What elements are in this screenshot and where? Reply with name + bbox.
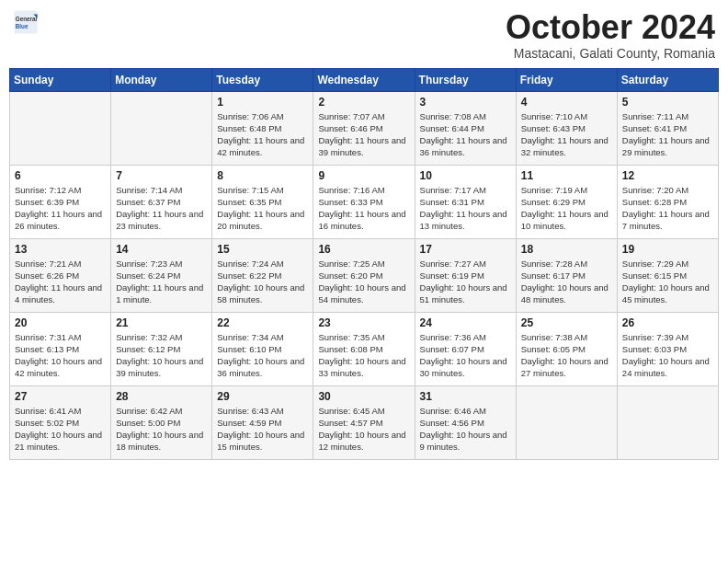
day-info: Sunrise: 6:42 AM Sunset: 5:00 PM Dayligh… xyxy=(116,405,207,454)
weekday-header-cell: Wednesday xyxy=(313,68,415,91)
weekday-header-cell: Tuesday xyxy=(212,68,313,91)
day-number: 14 xyxy=(116,243,207,256)
day-info: Sunrise: 7:29 AM Sunset: 6:15 PM Dayligh… xyxy=(622,258,713,306)
day-number: 9 xyxy=(318,169,409,182)
day-info: Sunrise: 7:11 AM Sunset: 6:41 PM Dayligh… xyxy=(622,110,713,159)
day-number: 24 xyxy=(420,316,511,329)
day-number: 22 xyxy=(217,316,308,329)
day-number: 7 xyxy=(116,169,207,182)
svg-text:General: General xyxy=(16,16,38,22)
calendar-day-cell: 12Sunrise: 7:20 AM Sunset: 6:28 PM Dayli… xyxy=(617,165,718,238)
month-title: October 2024 xyxy=(506,9,715,46)
day-info: Sunrise: 6:45 AM Sunset: 4:57 PM Dayligh… xyxy=(318,405,409,454)
day-info: Sunrise: 7:24 AM Sunset: 6:22 PM Dayligh… xyxy=(217,258,308,306)
day-number: 12 xyxy=(622,169,713,182)
day-number: 25 xyxy=(521,316,612,329)
weekday-header-cell: Friday xyxy=(516,68,617,91)
day-number: 17 xyxy=(420,243,511,256)
calendar-day-cell: 6Sunrise: 7:12 AM Sunset: 6:39 PM Daylig… xyxy=(10,165,111,238)
day-number: 15 xyxy=(217,243,308,256)
day-number: 3 xyxy=(420,96,511,109)
day-info: Sunrise: 7:38 AM Sunset: 6:05 PM Dayligh… xyxy=(521,331,612,380)
calendar-day-cell: 20Sunrise: 7:31 AM Sunset: 6:13 PM Dayli… xyxy=(10,312,111,385)
day-number: 2 xyxy=(318,96,409,109)
svg-rect-0 xyxy=(14,10,37,33)
calendar-day-cell: 30Sunrise: 6:45 AM Sunset: 4:57 PM Dayli… xyxy=(313,385,415,459)
calendar-day-cell: 22Sunrise: 7:34 AM Sunset: 6:10 PM Dayli… xyxy=(212,312,313,385)
day-number: 30 xyxy=(318,390,409,403)
day-number: 11 xyxy=(521,169,612,182)
calendar-day-cell: 18Sunrise: 7:28 AM Sunset: 6:17 PM Dayli… xyxy=(516,238,617,312)
calendar-day-cell: 24Sunrise: 7:36 AM Sunset: 6:07 PM Dayli… xyxy=(415,312,516,385)
day-number: 28 xyxy=(116,390,207,403)
day-info: Sunrise: 7:20 AM Sunset: 6:28 PM Dayligh… xyxy=(622,184,713,233)
day-info: Sunrise: 7:28 AM Sunset: 6:17 PM Dayligh… xyxy=(521,258,612,306)
page-header: General Blue October 2024 Mastacani, Gal… xyxy=(9,9,719,61)
day-info: Sunrise: 7:17 AM Sunset: 6:31 PM Dayligh… xyxy=(420,184,511,233)
calendar-day-cell: 3Sunrise: 7:08 AM Sunset: 6:44 PM Daylig… xyxy=(415,91,516,165)
day-info: Sunrise: 7:07 AM Sunset: 6:46 PM Dayligh… xyxy=(318,110,409,159)
calendar-day-cell: 19Sunrise: 7:29 AM Sunset: 6:15 PM Dayli… xyxy=(617,238,718,312)
day-info: Sunrise: 7:10 AM Sunset: 6:43 PM Dayligh… xyxy=(521,110,612,159)
day-number: 26 xyxy=(622,316,713,329)
logo-icon: General Blue xyxy=(13,9,39,35)
calendar-day-cell: 10Sunrise: 7:17 AM Sunset: 6:31 PM Dayli… xyxy=(415,165,516,238)
day-info: Sunrise: 7:19 AM Sunset: 6:29 PM Dayligh… xyxy=(521,184,612,233)
weekday-header-cell: Saturday xyxy=(617,68,718,91)
calendar-table: SundayMondayTuesdayWednesdayThursdayFrid… xyxy=(9,68,719,460)
calendar-day-cell: 11Sunrise: 7:19 AM Sunset: 6:29 PM Dayli… xyxy=(516,165,617,238)
calendar-day-cell: 17Sunrise: 7:27 AM Sunset: 6:19 PM Dayli… xyxy=(415,238,516,312)
calendar-week-row: 27Sunrise: 6:41 AM Sunset: 5:02 PM Dayli… xyxy=(10,385,719,459)
day-number: 21 xyxy=(116,316,207,329)
calendar-day-cell: 7Sunrise: 7:14 AM Sunset: 6:37 PM Daylig… xyxy=(111,165,212,238)
day-info: Sunrise: 7:12 AM Sunset: 6:39 PM Dayligh… xyxy=(15,184,106,233)
day-number: 20 xyxy=(15,316,106,329)
calendar-day-cell: 29Sunrise: 6:43 AM Sunset: 4:59 PM Dayli… xyxy=(212,385,313,459)
calendar-day-cell: 2Sunrise: 7:07 AM Sunset: 6:46 PM Daylig… xyxy=(313,91,415,165)
day-info: Sunrise: 7:35 AM Sunset: 6:08 PM Dayligh… xyxy=(318,331,409,380)
day-info: Sunrise: 7:32 AM Sunset: 6:12 PM Dayligh… xyxy=(116,331,207,380)
day-info: Sunrise: 7:14 AM Sunset: 6:37 PM Dayligh… xyxy=(116,184,207,233)
calendar-day-cell: 14Sunrise: 7:23 AM Sunset: 6:24 PM Dayli… xyxy=(111,238,212,312)
day-number: 5 xyxy=(622,96,713,109)
day-number: 13 xyxy=(15,243,106,256)
calendar-day-cell: 25Sunrise: 7:38 AM Sunset: 6:05 PM Dayli… xyxy=(516,312,617,385)
day-number: 16 xyxy=(318,243,409,256)
day-number: 4 xyxy=(521,96,612,109)
calendar-day-cell: 15Sunrise: 7:24 AM Sunset: 6:22 PM Dayli… xyxy=(212,238,313,312)
calendar-body: 1Sunrise: 7:06 AM Sunset: 6:48 PM Daylig… xyxy=(10,91,719,459)
day-number: 27 xyxy=(15,390,106,403)
day-info: Sunrise: 7:39 AM Sunset: 6:03 PM Dayligh… xyxy=(622,331,713,380)
calendar-day-cell: 5Sunrise: 7:11 AM Sunset: 6:41 PM Daylig… xyxy=(617,91,718,165)
calendar-day-cell: 26Sunrise: 7:39 AM Sunset: 6:03 PM Dayli… xyxy=(617,312,718,385)
calendar-day-cell: 4Sunrise: 7:10 AM Sunset: 6:43 PM Daylig… xyxy=(516,91,617,165)
calendar-week-row: 13Sunrise: 7:21 AM Sunset: 6:26 PM Dayli… xyxy=(10,238,719,312)
calendar-day-cell: 13Sunrise: 7:21 AM Sunset: 6:26 PM Dayli… xyxy=(10,238,111,312)
calendar-day-cell: 23Sunrise: 7:35 AM Sunset: 6:08 PM Dayli… xyxy=(313,312,415,385)
calendar-day-cell xyxy=(617,385,718,459)
day-number: 1 xyxy=(217,96,308,109)
day-number: 29 xyxy=(217,390,308,403)
calendar-day-cell: 31Sunrise: 6:46 AM Sunset: 4:56 PM Dayli… xyxy=(415,385,516,459)
calendar-day-cell xyxy=(516,385,617,459)
day-number: 10 xyxy=(420,169,511,182)
calendar-day-cell: 1Sunrise: 7:06 AM Sunset: 6:48 PM Daylig… xyxy=(212,91,313,165)
day-number: 31 xyxy=(420,390,511,403)
day-info: Sunrise: 7:15 AM Sunset: 6:35 PM Dayligh… xyxy=(217,184,308,233)
day-number: 23 xyxy=(318,316,409,329)
weekday-header-cell: Monday xyxy=(111,68,212,91)
day-info: Sunrise: 6:41 AM Sunset: 5:02 PM Dayligh… xyxy=(15,405,106,454)
calendar-day-cell xyxy=(111,91,212,165)
weekday-header-row: SundayMondayTuesdayWednesdayThursdayFrid… xyxy=(10,68,719,91)
day-info: Sunrise: 7:23 AM Sunset: 6:24 PM Dayligh… xyxy=(116,258,207,306)
logo: General Blue xyxy=(13,9,40,35)
day-number: 19 xyxy=(622,243,713,256)
calendar-day-cell: 8Sunrise: 7:15 AM Sunset: 6:35 PM Daylig… xyxy=(212,165,313,238)
day-info: Sunrise: 7:06 AM Sunset: 6:48 PM Dayligh… xyxy=(217,110,308,159)
weekday-header-cell: Thursday xyxy=(415,68,516,91)
day-number: 18 xyxy=(521,243,612,256)
calendar-week-row: 6Sunrise: 7:12 AM Sunset: 6:39 PM Daylig… xyxy=(10,165,719,238)
calendar-day-cell xyxy=(10,91,111,165)
day-info: Sunrise: 7:25 AM Sunset: 6:20 PM Dayligh… xyxy=(318,258,409,306)
calendar-week-row: 20Sunrise: 7:31 AM Sunset: 6:13 PM Dayli… xyxy=(10,312,719,385)
